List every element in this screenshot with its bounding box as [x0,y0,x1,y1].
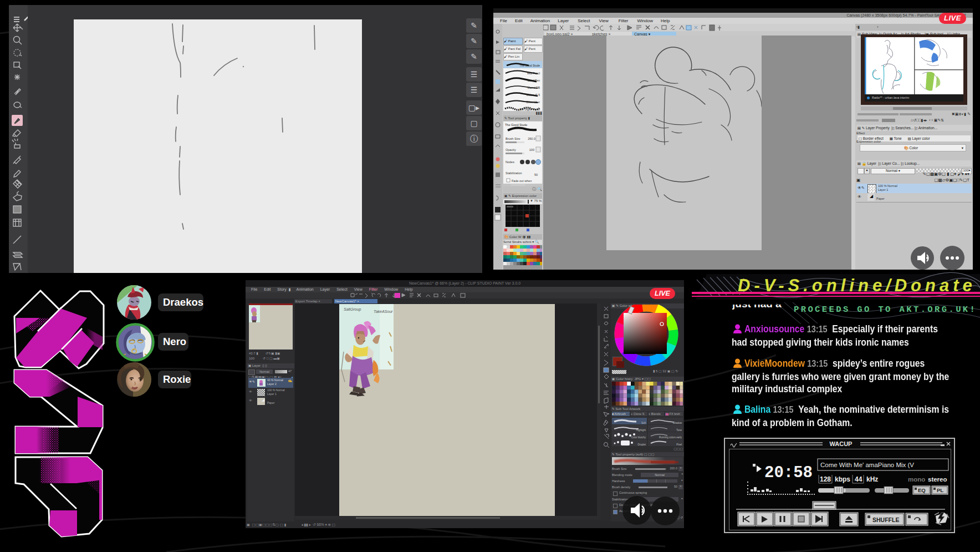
svg-text:Midl Pencl: Midl Pencl [527,72,540,75]
svg-text:Soft: Soft [641,422,646,424]
svg-text:Shadow: Shadow [673,422,682,424]
svg-text:stereo: stereo [928,476,947,483]
svg-text:44: 44 [855,475,862,483]
svg-text:260.0: 260.0 [528,137,535,140]
svg-text:Fade out when: Fade out when [512,179,532,183]
svg-text:Color blotchy: Color blotchy [631,436,646,439]
svg-text:50: 50 [534,173,538,176]
svg-text:Running colors early: Running colors early [659,436,682,439]
svg-text:Good Pen: Good Pen [527,79,540,82]
svg-text:The Good Stude: The Good Stude [519,64,540,67]
svg-text:TakeASour: TakeASour [374,310,393,313]
svg-text:SaltGroup: SaltGroup [344,307,361,312]
svg-text:Pixel: Pixel [676,443,682,446]
svg-text:20:58: 20:58 [764,464,813,482]
svg-text:100: 100 [529,148,534,151]
svg-text:WACUP: WACUP [830,440,853,447]
svg-text:Droplet: Droplet [637,443,646,446]
svg-text:The Good Stude: The Good Stude [505,123,527,126]
svg-text:Nodes: Nodes [506,160,514,164]
svg-text:Tone: Tone [676,429,682,432]
svg-text:Highlight: Highlight [636,429,646,432]
svg-text:EQ: EQ [918,487,926,493]
svg-text:SHUFFLE: SHUFFLE [872,516,899,523]
svg-text:Matias f1.5: Matias f1.5 [527,93,540,97]
svg-text:kHz: kHz [866,475,878,483]
svg-text:kbps: kbps [835,475,850,483]
svg-text:PL: PL [937,487,943,493]
svg-text:mono: mono [908,476,925,483]
svg-text:Other Uber: Other Uber [526,100,540,104]
svg-text:Come With Me' amaPiano Mix (V: Come With Me' amaPiano Mix (V [820,462,914,468]
svg-text:Brush Size: Brush Size [506,137,520,140]
svg-text:Opacity: Opacity [506,148,516,151]
svg-text:Marnd DB: Marnd DB [527,86,540,89]
svg-text:Stabilization: Stabilization [506,171,522,175]
svg-text:128: 128 [820,475,831,483]
